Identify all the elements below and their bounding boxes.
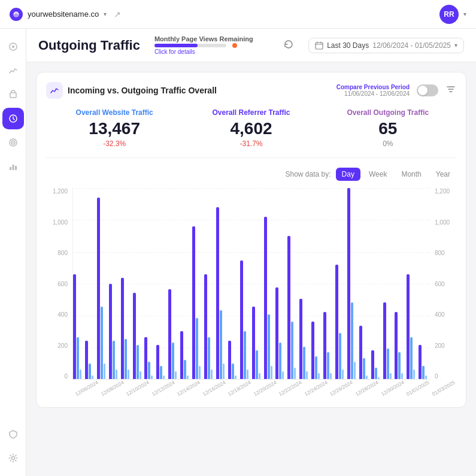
bar-blue bbox=[196, 318, 198, 379]
bar-light-blue bbox=[413, 369, 415, 379]
bar-blue bbox=[410, 337, 413, 379]
bar-purple bbox=[109, 284, 112, 380]
bar-group bbox=[156, 188, 168, 379]
compare-toggle[interactable] bbox=[417, 84, 438, 96]
bar-purple bbox=[323, 312, 326, 379]
sidebar-item-shield[interactable] bbox=[2, 423, 24, 445]
x-label: 12/26/2024 bbox=[329, 379, 354, 397]
bar-group bbox=[216, 188, 228, 379]
bar-light-blue bbox=[175, 371, 177, 379]
bar-group bbox=[371, 188, 383, 379]
layout: Outgoing Traffic Monthly Page Views Rema… bbox=[0, 29, 476, 476]
sidebar-item-traffic[interactable] bbox=[2, 108, 24, 129]
bar-purple bbox=[168, 289, 171, 379]
main-card: Incoming vs. Outgoing Traffic Overall Co… bbox=[36, 72, 466, 408]
bar-group bbox=[347, 188, 359, 379]
bar-light-blue bbox=[259, 373, 260, 379]
bar-group bbox=[252, 188, 263, 379]
bar-group bbox=[311, 188, 323, 379]
bar-group bbox=[109, 188, 120, 379]
bar-blue bbox=[220, 310, 222, 379]
bar-light-blue bbox=[223, 363, 225, 379]
bar-group bbox=[204, 188, 216, 379]
bar-blue bbox=[172, 342, 174, 379]
page-views-detail[interactable]: Click for details bbox=[154, 48, 253, 55]
bar-purple bbox=[371, 350, 374, 379]
bar-purple bbox=[216, 207, 219, 379]
bar-purple bbox=[347, 188, 350, 379]
bar-light-blue bbox=[199, 366, 201, 379]
bar-blue bbox=[125, 339, 127, 379]
bar-light-blue bbox=[378, 377, 380, 379]
y-axis-right: 1,200 1,000 800 600 400 200 0 bbox=[432, 188, 456, 380]
bar-blue bbox=[387, 348, 389, 379]
bar-blue bbox=[160, 366, 162, 379]
svg-point-2 bbox=[12, 46, 14, 48]
stat-outgoing-value: 65 bbox=[320, 119, 456, 138]
sidebar-item-settings[interactable] bbox=[2, 447, 24, 469]
data-by-month[interactable]: Month bbox=[395, 168, 427, 181]
bar-light-blue bbox=[425, 375, 427, 379]
x-label: 12/28/2024 bbox=[354, 379, 380, 397]
x-label: 01/03/2025 bbox=[431, 379, 456, 397]
page-views-label: Monthly Page Views Remaining bbox=[154, 35, 253, 43]
stat-outgoing-change: 0% bbox=[320, 140, 456, 148]
sidebar-item-home[interactable] bbox=[2, 36, 24, 57]
avatar-dropdown-chevron[interactable]: ▾ bbox=[463, 11, 466, 17]
sidebar-item-chartbar[interactable] bbox=[2, 156, 24, 177]
site-dropdown-chevron[interactable]: ▾ bbox=[104, 11, 107, 17]
stat-referrer-change: -31.7% bbox=[183, 140, 319, 148]
top-nav-right: RR ▾ bbox=[439, 5, 466, 24]
bar-group bbox=[97, 188, 108, 379]
page-header: Outgoing Traffic Monthly Page Views Rema… bbox=[26, 29, 476, 62]
date-range-label: Last 30 Days bbox=[327, 41, 369, 50]
svg-rect-3 bbox=[10, 93, 16, 98]
bar-purple bbox=[383, 302, 386, 379]
sidebar-item-analytics[interactable] bbox=[2, 60, 24, 81]
bar-group bbox=[73, 188, 84, 379]
bar-blue bbox=[363, 358, 365, 379]
bar-blue bbox=[113, 341, 115, 379]
bar-light-blue bbox=[306, 371, 308, 379]
filter-icon[interactable] bbox=[445, 84, 456, 97]
bar-blue bbox=[315, 356, 317, 379]
bar-blue bbox=[137, 345, 139, 379]
x-label: 12/18/2024 bbox=[227, 379, 252, 397]
data-by-day[interactable]: Day bbox=[336, 168, 360, 181]
data-by-year[interactable]: Year bbox=[430, 168, 456, 181]
stat-website-label: Overall Website Traffic bbox=[46, 108, 183, 117]
bar-light-blue bbox=[80, 369, 81, 379]
chart-icon bbox=[46, 82, 63, 99]
stat-referrer-label: Overall Referrer Traffic bbox=[183, 108, 319, 117]
bar-purple bbox=[359, 326, 362, 379]
avatar[interactable]: RR bbox=[439, 5, 459, 24]
stat-website-change: -32.3% bbox=[46, 140, 183, 148]
bar-group bbox=[168, 188, 180, 379]
bar-group bbox=[144, 188, 156, 379]
chart-container: 1,200 1,000 800 600 400 200 0 1,200 1,00… bbox=[46, 188, 456, 398]
x-label: 12/30/2024 bbox=[380, 379, 405, 397]
bar-blue bbox=[208, 337, 210, 379]
date-range-selector[interactable]: Last 30 Days 12/06/2024 - 01/05/2025 ▾ bbox=[308, 38, 464, 53]
refresh-icon[interactable] bbox=[283, 39, 294, 52]
site-name: yourwebsitename.co bbox=[28, 10, 99, 19]
external-link-icon[interactable]: ↗ bbox=[114, 10, 121, 19]
bar-purple bbox=[97, 198, 100, 379]
bar-purple bbox=[395, 312, 398, 379]
stat-outgoing-traffic: Overall Outgoing Traffic 65 0% bbox=[320, 108, 456, 148]
sidebar bbox=[0, 29, 26, 476]
bar-light-blue bbox=[330, 373, 332, 379]
bar-purple bbox=[299, 299, 302, 379]
bar-purple bbox=[144, 337, 147, 379]
bar-purple bbox=[275, 287, 278, 379]
bar-light-blue bbox=[92, 375, 93, 379]
data-by-week[interactable]: Week bbox=[363, 168, 393, 181]
compare-label: Compare Previous Period bbox=[336, 84, 410, 90]
bar-purple bbox=[85, 341, 88, 379]
bar-purple bbox=[335, 265, 338, 379]
sidebar-item-shopping[interactable] bbox=[2, 84, 24, 105]
bar-blue bbox=[232, 363, 234, 379]
sidebar-item-target[interactable] bbox=[2, 132, 24, 153]
card-title: Incoming vs. Outgoing Traffic Overall bbox=[68, 86, 217, 95]
dot-indicator bbox=[232, 43, 237, 48]
